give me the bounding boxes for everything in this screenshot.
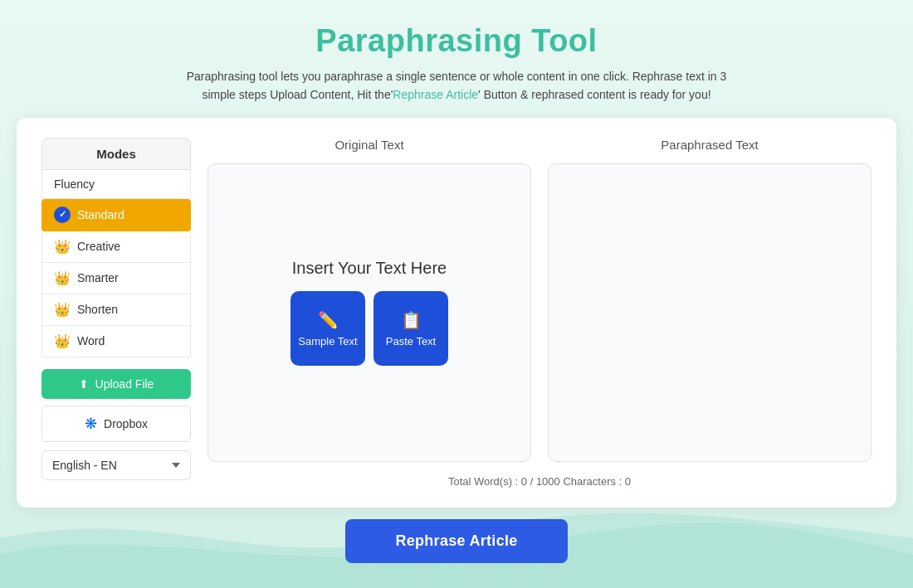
sidebar-item-standard[interactable]: Standard bbox=[42, 199, 191, 231]
rephrase-article-button[interactable]: Rephrase Article bbox=[345, 519, 567, 563]
insert-text-label: Insert Your Text Here bbox=[292, 259, 447, 278]
modes-header: Modes bbox=[42, 138, 191, 170]
mode-label-fluency: Fluency bbox=[54, 177, 95, 191]
dropbox-button[interactable]: ❋ Dropbox bbox=[42, 406, 191, 442]
main-card: Modes Fluency Standard 👑 Creative 👑 Smar… bbox=[17, 118, 896, 508]
subtitle-text-2: ' Button & rephrased content is ready fo… bbox=[478, 88, 711, 101]
check-icon bbox=[54, 207, 71, 223]
crown-icon-creative: 👑 bbox=[54, 239, 71, 255]
paste-text-button[interactable]: 📋 Paste Text bbox=[374, 291, 448, 366]
upload-label: Upload File bbox=[95, 377, 154, 391]
action-buttons: ✏️ Sample Text 📋 Paste Text bbox=[290, 291, 448, 366]
panels-area: Original Text Paraphrased Text Insert Yo… bbox=[208, 138, 872, 488]
sample-text-button[interactable]: ✏️ Sample Text bbox=[290, 291, 365, 366]
original-text-label: Original Text bbox=[208, 138, 531, 155]
sidebar: Modes Fluency Standard 👑 Creative 👑 Smar… bbox=[42, 138, 191, 488]
paraphrased-text-label: Paraphrased Text bbox=[548, 138, 872, 155]
upload-file-button[interactable]: ⬆ Upload File bbox=[42, 369, 191, 399]
clipboard-icon: 📋 bbox=[401, 310, 422, 330]
original-text-panel[interactable]: Insert Your Text Here ✏️ Sample Text 📋 P… bbox=[208, 163, 531, 462]
sample-text-label: Sample Text bbox=[298, 335, 357, 347]
mode-label-standard: Standard bbox=[77, 208, 124, 221]
crown-icon-shorten: 👑 bbox=[54, 302, 71, 318]
sidebar-item-creative[interactable]: 👑 Creative bbox=[42, 231, 191, 263]
sidebar-item-smarter[interactable]: 👑 Smarter bbox=[42, 263, 191, 294]
sidebar-item-fluency[interactable]: Fluency bbox=[42, 170, 191, 199]
mode-label-smarter: Smarter bbox=[77, 271, 119, 284]
original-panel-content: Insert Your Text Here ✏️ Sample Text 📋 P… bbox=[290, 259, 448, 366]
sidebar-item-word[interactable]: 👑 Word bbox=[42, 326, 191, 357]
pencil-icon: ✏️ bbox=[318, 310, 339, 330]
page-subtitle: Paraphrasing tool lets you paraphrase a … bbox=[174, 67, 739, 104]
paraphrased-text-panel bbox=[548, 163, 872, 462]
sidebar-item-shorten[interactable]: 👑 Shorten bbox=[42, 294, 191, 326]
mode-label-shorten: Shorten bbox=[77, 303, 118, 316]
dropbox-icon: ❋ bbox=[85, 415, 97, 433]
rephrase-link[interactable]: Rephrase Article bbox=[393, 88, 478, 101]
paste-text-label: Paste Text bbox=[386, 335, 436, 347]
page-title: Paraphrasing Tool bbox=[17, 23, 896, 59]
mode-label-word: Word bbox=[77, 334, 105, 347]
word-count: Total Word(s) : 0 / 1000 Characters : 0 bbox=[208, 475, 872, 488]
content-area: Modes Fluency Standard 👑 Creative 👑 Smar… bbox=[42, 138, 872, 488]
panels-row: Insert Your Text Here ✏️ Sample Text 📋 P… bbox=[208, 163, 872, 462]
dropbox-label: Dropbox bbox=[104, 417, 148, 430]
panels-header: Original Text Paraphrased Text bbox=[208, 138, 872, 155]
upload-icon: ⬆ bbox=[79, 377, 89, 391]
crown-icon-word: 👑 bbox=[54, 333, 71, 349]
crown-icon-smarter: 👑 bbox=[54, 270, 71, 286]
rephrase-section: Rephrase Article bbox=[0, 519, 913, 563]
mode-label-creative: Creative bbox=[77, 240, 120, 253]
language-select[interactable]: English - EN French - FR Spanish - ES Ge… bbox=[42, 450, 191, 480]
